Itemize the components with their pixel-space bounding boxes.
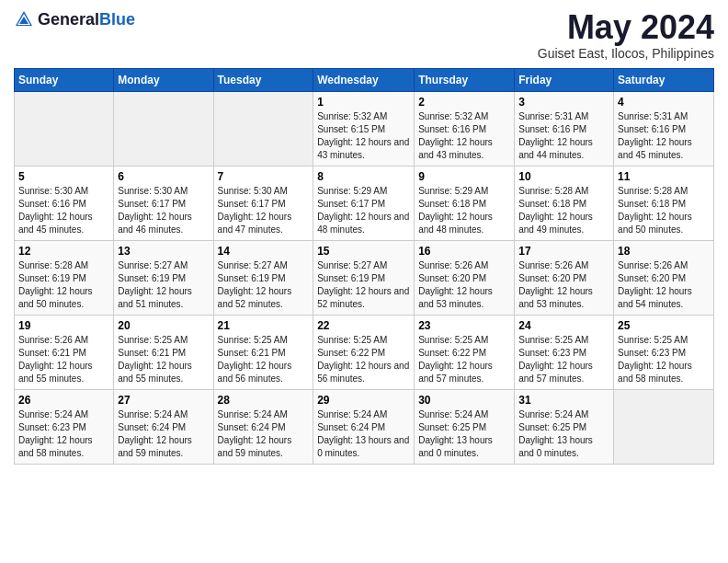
- day-number: 24: [518, 319, 609, 332]
- day-number: 20: [118, 319, 209, 332]
- day-number: 15: [317, 245, 410, 258]
- calendar-day-cell: 22Sunrise: 5:25 AM Sunset: 6:22 PM Dayli…: [313, 315, 415, 389]
- calendar-day-cell: 3Sunrise: 5:31 AM Sunset: 6:16 PM Daylig…: [515, 91, 614, 166]
- day-info: Sunrise: 5:24 AM Sunset: 6:24 PM Dayligh…: [218, 408, 310, 460]
- day-number: 4: [618, 96, 710, 109]
- calendar-week-row: 26Sunrise: 5:24 AM Sunset: 6:23 PM Dayli…: [15, 389, 714, 464]
- weekday-header-row: SundayMondayTuesdayWednesdayThursdayFrid…: [15, 68, 714, 91]
- day-number: 29: [317, 394, 410, 407]
- day-info: Sunrise: 5:32 AM Sunset: 6:16 PM Dayligh…: [418, 110, 510, 162]
- day-number: 9: [418, 170, 510, 183]
- day-number: 31: [518, 394, 609, 407]
- day-info: Sunrise: 5:27 AM Sunset: 6:19 PM Dayligh…: [218, 259, 310, 311]
- day-number: 6: [118, 170, 209, 183]
- day-number: 11: [618, 170, 710, 183]
- day-info: Sunrise: 5:31 AM Sunset: 6:16 PM Dayligh…: [618, 110, 710, 162]
- calendar-day-cell: 25Sunrise: 5:25 AM Sunset: 6:23 PM Dayli…: [614, 315, 714, 389]
- calendar-day-cell: 12Sunrise: 5:28 AM Sunset: 6:19 PM Dayli…: [15, 240, 114, 315]
- day-info: Sunrise: 5:26 AM Sunset: 6:21 PM Dayligh…: [18, 334, 109, 385]
- day-info: Sunrise: 5:28 AM Sunset: 6:19 PM Dayligh…: [18, 259, 109, 311]
- weekday-header-monday: Monday: [114, 68, 213, 91]
- calendar-day-cell: 30Sunrise: 5:24 AM Sunset: 6:25 PM Dayli…: [415, 389, 515, 464]
- calendar-day-cell: 18Sunrise: 5:26 AM Sunset: 6:20 PM Dayli…: [614, 240, 714, 315]
- calendar-day-cell: 13Sunrise: 5:27 AM Sunset: 6:19 PM Dayli…: [114, 240, 213, 315]
- day-info: Sunrise: 5:24 AM Sunset: 6:25 PM Dayligh…: [418, 408, 510, 460]
- day-number: 26: [18, 394, 109, 407]
- day-number: 8: [317, 170, 410, 183]
- day-info: Sunrise: 5:25 AM Sunset: 6:22 PM Dayligh…: [418, 334, 510, 385]
- day-number: 16: [418, 245, 510, 258]
- calendar-day-cell: [15, 91, 114, 166]
- day-number: 1: [317, 96, 410, 109]
- weekday-header-tuesday: Tuesday: [213, 68, 313, 91]
- day-info: Sunrise: 5:24 AM Sunset: 6:23 PM Dayligh…: [18, 408, 109, 460]
- day-info: Sunrise: 5:24 AM Sunset: 6:25 PM Dayligh…: [518, 408, 609, 460]
- calendar-day-cell: 1Sunrise: 5:32 AM Sunset: 6:15 PM Daylig…: [313, 91, 415, 166]
- day-number: 10: [518, 170, 609, 183]
- day-number: 21: [218, 319, 310, 332]
- weekday-header-thursday: Thursday: [415, 68, 515, 91]
- calendar-day-cell: 8Sunrise: 5:29 AM Sunset: 6:17 PM Daylig…: [313, 166, 415, 240]
- calendar-day-cell: 2Sunrise: 5:32 AM Sunset: 6:16 PM Daylig…: [415, 91, 515, 166]
- calendar-day-cell: 14Sunrise: 5:27 AM Sunset: 6:19 PM Dayli…: [213, 240, 313, 315]
- day-number: 7: [218, 170, 310, 183]
- day-number: 3: [518, 96, 609, 109]
- day-number: 2: [418, 96, 510, 109]
- day-number: 27: [118, 394, 209, 407]
- calendar-day-cell: 15Sunrise: 5:27 AM Sunset: 6:19 PM Dayli…: [313, 240, 415, 315]
- calendar-week-row: 5Sunrise: 5:30 AM Sunset: 6:16 PM Daylig…: [15, 166, 714, 240]
- weekday-header-saturday: Saturday: [614, 68, 714, 91]
- calendar-day-cell: 20Sunrise: 5:25 AM Sunset: 6:21 PM Dayli…: [114, 315, 213, 389]
- day-info: Sunrise: 5:25 AM Sunset: 6:21 PM Dayligh…: [218, 334, 310, 385]
- calendar-day-cell: 6Sunrise: 5:30 AM Sunset: 6:17 PM Daylig…: [114, 166, 213, 240]
- day-info: Sunrise: 5:25 AM Sunset: 6:23 PM Dayligh…: [518, 334, 609, 385]
- page-header: GeneralBlue May 2024 Guiset East, Ilocos…: [14, 9, 714, 61]
- day-info: Sunrise: 5:25 AM Sunset: 6:22 PM Dayligh…: [317, 334, 410, 385]
- day-info: Sunrise: 5:25 AM Sunset: 6:21 PM Dayligh…: [118, 334, 209, 385]
- day-number: 5: [18, 170, 109, 183]
- calendar-day-cell: 4Sunrise: 5:31 AM Sunset: 6:16 PM Daylig…: [614, 91, 714, 166]
- day-info: Sunrise: 5:30 AM Sunset: 6:16 PM Dayligh…: [18, 185, 109, 236]
- day-number: 12: [18, 245, 109, 258]
- day-info: Sunrise: 5:28 AM Sunset: 6:18 PM Dayligh…: [618, 185, 710, 236]
- logo-text-general: General: [38, 10, 99, 29]
- calendar-day-cell: 7Sunrise: 5:30 AM Sunset: 6:17 PM Daylig…: [213, 166, 313, 240]
- calendar-day-cell: 29Sunrise: 5:24 AM Sunset: 6:24 PM Dayli…: [313, 389, 415, 464]
- weekday-header-wednesday: Wednesday: [313, 68, 415, 91]
- day-info: Sunrise: 5:31 AM Sunset: 6:16 PM Dayligh…: [518, 110, 609, 162]
- day-number: 22: [317, 319, 410, 332]
- calendar-day-cell: [614, 389, 714, 464]
- day-number: 28: [218, 394, 310, 407]
- calendar-day-cell: 24Sunrise: 5:25 AM Sunset: 6:23 PM Dayli…: [515, 315, 614, 389]
- calendar-week-row: 1Sunrise: 5:32 AM Sunset: 6:15 PM Daylig…: [15, 91, 714, 166]
- calendar-day-cell: 21Sunrise: 5:25 AM Sunset: 6:21 PM Dayli…: [213, 315, 313, 389]
- calendar-day-cell: 10Sunrise: 5:28 AM Sunset: 6:18 PM Dayli…: [515, 166, 614, 240]
- day-info: Sunrise: 5:25 AM Sunset: 6:23 PM Dayligh…: [618, 334, 710, 385]
- calendar-day-cell: [114, 91, 213, 166]
- logo-text-blue: Blue: [99, 10, 135, 29]
- day-number: 30: [418, 394, 510, 407]
- calendar-day-cell: 28Sunrise: 5:24 AM Sunset: 6:24 PM Dayli…: [213, 389, 313, 464]
- month-title: May 2024: [538, 9, 714, 46]
- location-title: Guiset East, Ilocos, Philippines: [538, 46, 714, 61]
- calendar-day-cell: 19Sunrise: 5:26 AM Sunset: 6:21 PM Dayli…: [15, 315, 114, 389]
- calendar-day-cell: 16Sunrise: 5:26 AM Sunset: 6:20 PM Dayli…: [415, 240, 515, 315]
- day-info: Sunrise: 5:30 AM Sunset: 6:17 PM Dayligh…: [218, 185, 310, 236]
- calendar-day-cell: 27Sunrise: 5:24 AM Sunset: 6:24 PM Dayli…: [114, 389, 213, 464]
- calendar-table: SundayMondayTuesdayWednesdayThursdayFrid…: [14, 68, 714, 465]
- calendar-day-cell: 23Sunrise: 5:25 AM Sunset: 6:22 PM Dayli…: [415, 315, 515, 389]
- day-number: 25: [618, 319, 710, 332]
- day-info: Sunrise: 5:26 AM Sunset: 6:20 PM Dayligh…: [618, 259, 710, 311]
- day-info: Sunrise: 5:24 AM Sunset: 6:24 PM Dayligh…: [118, 408, 209, 460]
- calendar-day-cell: 26Sunrise: 5:24 AM Sunset: 6:23 PM Dayli…: [15, 389, 114, 464]
- day-number: 18: [618, 245, 710, 258]
- day-info: Sunrise: 5:29 AM Sunset: 6:17 PM Dayligh…: [317, 185, 410, 236]
- calendar-day-cell: 31Sunrise: 5:24 AM Sunset: 6:25 PM Dayli…: [515, 389, 614, 464]
- title-area: May 2024 Guiset East, Ilocos, Philippine…: [538, 9, 714, 61]
- day-number: 23: [418, 319, 510, 332]
- calendar-day-cell: 17Sunrise: 5:26 AM Sunset: 6:20 PM Dayli…: [515, 240, 614, 315]
- calendar-day-cell: 9Sunrise: 5:29 AM Sunset: 6:18 PM Daylig…: [415, 166, 515, 240]
- day-number: 19: [18, 319, 109, 332]
- day-info: Sunrise: 5:26 AM Sunset: 6:20 PM Dayligh…: [418, 259, 510, 311]
- day-info: Sunrise: 5:29 AM Sunset: 6:18 PM Dayligh…: [418, 185, 510, 236]
